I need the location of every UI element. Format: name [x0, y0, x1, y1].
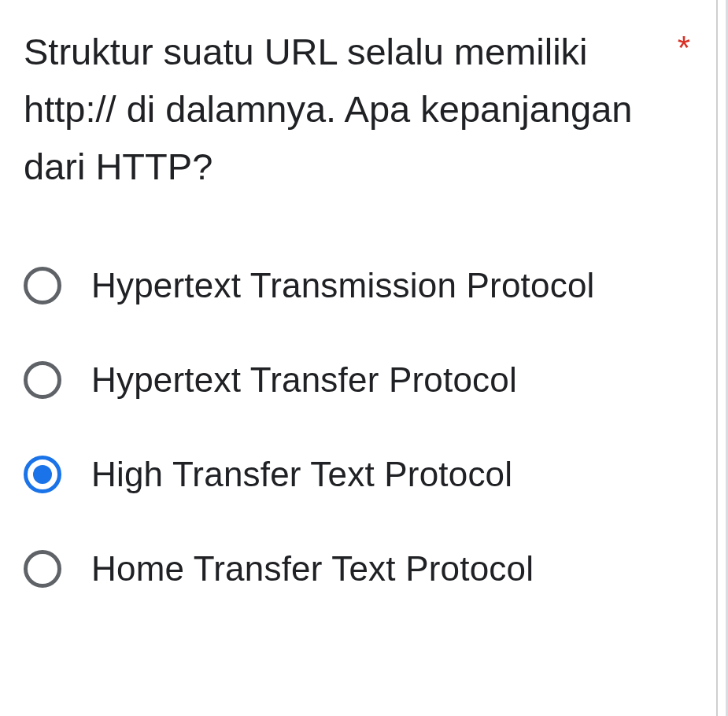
option-row[interactable]: Home Transfer Text Protocol [24, 542, 702, 596]
option-label: High Transfer Text Protocol [91, 448, 512, 501]
required-asterisk-icon: * [678, 24, 702, 65]
scrollbar-track[interactable] [716, 0, 718, 716]
radio-icon[interactable] [24, 456, 61, 493]
radio-dot-icon [33, 465, 52, 484]
option-label: Hypertext Transmission Protocol [91, 259, 595, 312]
options-group: Hypertext Transmission Protocol Hypertex… [24, 259, 702, 596]
option-row[interactable]: Hypertext Transfer Protocol [24, 353, 702, 407]
question-header: Struktur suatu URL selalu memiliki http:… [24, 24, 702, 196]
option-label: Home Transfer Text Protocol [91, 542, 534, 596]
option-row[interactable]: Hypertext Transmission Protocol [24, 259, 702, 312]
radio-icon[interactable] [24, 361, 61, 399]
option-label: Hypertext Transfer Protocol [91, 353, 517, 407]
question-text: Struktur suatu URL selalu memiliki http:… [24, 24, 662, 196]
radio-icon[interactable] [24, 550, 61, 588]
question-card: Struktur suatu URL selalu memiliki http:… [0, 0, 728, 716]
radio-icon[interactable] [24, 267, 61, 304]
option-row[interactable]: High Transfer Text Protocol [24, 448, 702, 501]
